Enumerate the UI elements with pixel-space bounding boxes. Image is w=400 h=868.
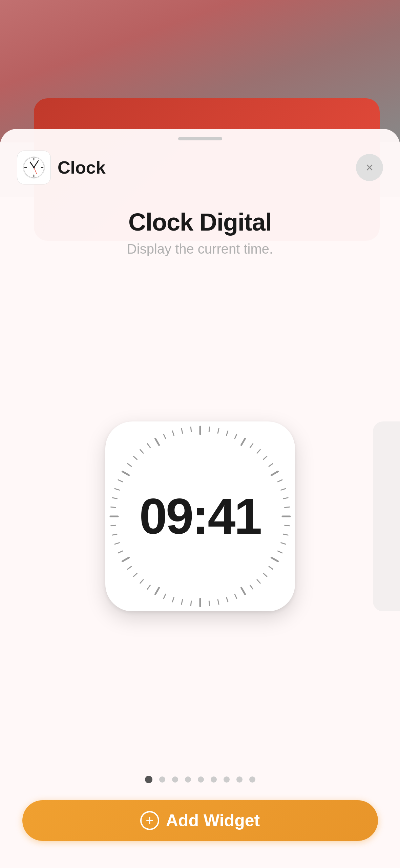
svg-line-61 xyxy=(122,471,129,475)
svg-line-33 xyxy=(263,573,267,576)
svg-line-15 xyxy=(235,434,237,438)
svg-line-23 xyxy=(281,489,285,490)
svg-line-53 xyxy=(114,542,119,544)
svg-line-51 xyxy=(122,557,129,561)
svg-line-16 xyxy=(241,438,245,445)
sheet-handle xyxy=(178,137,222,140)
svg-line-57 xyxy=(111,507,115,507)
pagination-dots xyxy=(145,776,255,783)
svg-line-34 xyxy=(257,579,260,583)
clock-app-icon-svg xyxy=(20,154,47,181)
svg-line-44 xyxy=(172,597,174,601)
add-widget-button[interactable]: + Add Widget xyxy=(22,800,378,841)
svg-line-42 xyxy=(191,601,191,606)
svg-line-68 xyxy=(172,431,174,435)
svg-line-47 xyxy=(147,585,150,589)
clock-widget-preview[interactable]: // Rendered via JS below 09:41 xyxy=(105,421,295,611)
svg-line-19 xyxy=(263,456,267,459)
svg-line-59 xyxy=(114,489,119,490)
dot-2[interactable] xyxy=(159,776,165,783)
widget-sheet: Clock × Clock Digital Display the curren… xyxy=(0,129,400,868)
svg-line-66 xyxy=(155,438,159,445)
sheet-header: Clock × xyxy=(0,140,400,188)
svg-line-22 xyxy=(278,480,282,482)
svg-line-21 xyxy=(271,471,278,475)
svg-line-67 xyxy=(164,434,166,438)
app-info: Clock xyxy=(17,151,106,184)
svg-line-30 xyxy=(278,551,282,553)
svg-line-37 xyxy=(235,594,237,598)
svg-line-13 xyxy=(218,428,219,433)
add-widget-label: Add Widget xyxy=(166,811,260,830)
svg-line-45 xyxy=(164,594,166,598)
clock-time-display: 09:41 xyxy=(139,488,261,545)
svg-line-60 xyxy=(118,480,122,482)
svg-line-63 xyxy=(133,456,137,459)
svg-line-43 xyxy=(181,599,182,604)
add-icon: + xyxy=(140,811,159,830)
svg-line-24 xyxy=(283,497,288,498)
svg-line-29 xyxy=(281,542,285,544)
svg-line-54 xyxy=(112,534,117,535)
svg-line-36 xyxy=(241,588,245,594)
svg-line-62 xyxy=(127,463,131,466)
svg-line-31 xyxy=(271,557,278,561)
svg-line-38 xyxy=(226,597,228,601)
svg-line-48 xyxy=(140,579,143,583)
dot-9[interactable] xyxy=(249,776,255,783)
widget-title: Clock Digital xyxy=(128,208,272,236)
svg-line-18 xyxy=(257,450,260,453)
svg-line-14 xyxy=(226,431,228,435)
close-button[interactable]: × xyxy=(356,154,383,181)
dot-5[interactable] xyxy=(198,776,204,783)
close-icon: × xyxy=(366,161,373,174)
app-icon xyxy=(17,151,51,184)
svg-line-27 xyxy=(285,525,289,526)
svg-line-39 xyxy=(218,599,219,604)
next-widget-peek xyxy=(373,421,400,611)
dot-7[interactable] xyxy=(224,776,230,783)
svg-line-65 xyxy=(147,443,150,447)
svg-line-25 xyxy=(285,507,289,507)
dot-8[interactable] xyxy=(236,776,243,783)
svg-line-69 xyxy=(181,428,182,433)
svg-line-64 xyxy=(140,450,143,453)
svg-line-46 xyxy=(155,588,159,594)
svg-line-35 xyxy=(250,585,253,589)
svg-line-58 xyxy=(112,497,117,498)
dot-6[interactable] xyxy=(211,776,217,783)
widget-info: Clock Digital Display the current time. xyxy=(127,208,273,257)
svg-line-49 xyxy=(133,573,137,576)
svg-line-17 xyxy=(250,443,253,447)
app-name-label: Clock xyxy=(58,157,106,178)
dot-3[interactable] xyxy=(172,776,178,783)
svg-line-52 xyxy=(118,551,122,553)
dot-1[interactable] xyxy=(145,776,152,783)
svg-line-12 xyxy=(209,427,209,432)
svg-line-28 xyxy=(283,534,288,535)
widget-preview-area: // Rendered via JS below 09:41 xyxy=(0,257,400,776)
svg-line-40 xyxy=(209,601,209,606)
svg-line-50 xyxy=(127,566,131,569)
svg-point-10 xyxy=(33,167,35,169)
dot-4[interactable] xyxy=(185,776,191,783)
svg-line-70 xyxy=(191,427,191,432)
svg-line-32 xyxy=(269,566,273,569)
widget-description: Display the current time. xyxy=(127,241,273,257)
svg-line-20 xyxy=(269,463,273,466)
svg-line-55 xyxy=(111,525,115,526)
